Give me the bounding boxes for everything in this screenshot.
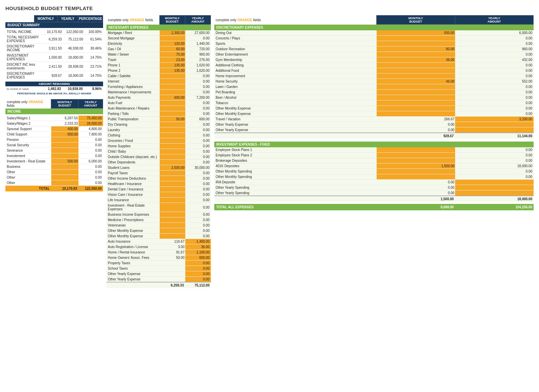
disc-row: Lawn / Garden 0.00 bbox=[214, 84, 534, 90]
nec-row: Auto Maintenance / Repairs 0.00 bbox=[106, 106, 211, 111]
summary-row: TOTAL NECESSARY EXPENSES 6,259.33 75,112… bbox=[5, 35, 103, 44]
left-section: MONTHLY YEARLY PERCENTAGE BUDGET SUMMARY… bbox=[5, 15, 103, 191]
nec-row: Child / Baby 0.00 bbox=[106, 149, 211, 154]
nec-row: Home / Rental Insurance 91.67 1,100.00 bbox=[106, 250, 211, 255]
nec-row: Laundry 0.00 bbox=[106, 127, 211, 133]
nec-row: Student Loans 2,500.00 30,000.00 bbox=[106, 165, 211, 171]
disc-row: Beer / Alcohol 0.00 bbox=[214, 95, 534, 100]
disc-row: Gym Membership 36.00 432.00 bbox=[214, 57, 534, 63]
nec-row: Public Transporation 50.00 600.00 bbox=[106, 117, 211, 122]
nec-row: Cable / Satelite 0.00 bbox=[106, 73, 211, 79]
pct-header: PERCENTAGE bbox=[78, 16, 103, 22]
disc-row: Additional Clothing 0.00 bbox=[214, 63, 534, 68]
nec-row: Veterinarian 0.00 bbox=[106, 223, 211, 228]
income-row: Other 0.00 bbox=[5, 175, 103, 180]
disc-row: Additional Food 0.00 bbox=[214, 68, 534, 73]
nec-row: Trash 23.00 276.00 bbox=[106, 57, 211, 63]
nec-row: Home Owners' Assoc. Fees 50.00 600.00 bbox=[106, 255, 211, 261]
nec-row: Other Yearly Expense 0.00 bbox=[106, 271, 211, 277]
total-all-monthly: 8,688.00 bbox=[377, 204, 455, 210]
nec-row: Phone 2 135.00 1,620.00 bbox=[106, 68, 211, 73]
nec-row: Other Monthly Expense 0.00 bbox=[106, 234, 211, 239]
nec-row: Auto Payments 600.00 7,200.00 bbox=[106, 95, 211, 100]
invest-row: 401K Deposites 1,500.00 18,000.00 bbox=[214, 163, 534, 169]
nec-row: Other Monthly Expense 0.00 bbox=[106, 228, 211, 234]
nec-row: Dental Care / Insurance 0.00 bbox=[106, 187, 211, 192]
nec-row: Life Insurance 0.00 bbox=[106, 198, 211, 203]
nec-row: Property Taxes 0.00 bbox=[106, 261, 211, 266]
invest-row: Employee Stock Plans 1 0.00 bbox=[214, 147, 534, 153]
invest-row: Brokerage Deposites 0.00 bbox=[214, 158, 534, 163]
income-row: Other 0.00 bbox=[5, 180, 103, 186]
nec-row: Mortgage / Rent 2,300.00 27,600.00 bbox=[106, 30, 211, 36]
nec-row: Other Income Deductions 0.00 bbox=[106, 176, 211, 181]
nec-row: Auto Registration / License 3.00 36.00 bbox=[106, 244, 211, 250]
nec-row: Business Income Expenses 0.00 bbox=[106, 212, 211, 217]
complete-orange-label: ORANGE bbox=[28, 100, 43, 104]
amount-remaining-pct: 8.96% bbox=[84, 86, 103, 91]
disc-row: Pet Boarding 0.00 bbox=[214, 90, 534, 95]
invest-row: Other Yearly Spending 0.00 bbox=[214, 185, 534, 190]
disc-row: Home Security 46.00 552.00 bbox=[214, 79, 534, 84]
disc-row: Travel / Vacation 266.67 3,200.00 bbox=[214, 117, 534, 122]
right-complete-label: complete only bbox=[216, 18, 237, 22]
complete-only-label: complete only bbox=[7, 100, 28, 104]
nec-row: Water / Sewer 75.00 900.00 bbox=[106, 52, 211, 57]
amount-remaining-monthly: 1,482.83 bbox=[39, 86, 62, 91]
disc-row: Other Monthly Expense 0.00 bbox=[214, 106, 534, 111]
summary-row: DISCRET INC less investments 2,411.50 28… bbox=[5, 62, 103, 71]
income-row: Spousal Support 400.00 4,800.00 bbox=[5, 126, 103, 132]
income-row: Investement - Real Estate 500.00 6,000.0… bbox=[5, 159, 103, 164]
nec-row: Payroll Taxes 0.00 bbox=[106, 171, 211, 176]
income-row: Investement 0.00 bbox=[5, 153, 103, 159]
nec-row: Electricity 120.00 1,440.00 bbox=[106, 41, 211, 47]
pct-note: PERCENTAGE SHOULD BE ABOVE 5%, IDEALLY H… bbox=[5, 91, 103, 96]
income-row: Severance 0.00 bbox=[5, 148, 103, 153]
mid-complete-label2: fields bbox=[144, 18, 153, 22]
disc-row: Concerts / Plays 0.00 bbox=[214, 36, 534, 41]
yearly-header: YEARLY bbox=[58, 16, 78, 22]
nec-row: Home Supplies 0.00 bbox=[106, 144, 211, 149]
right-yearly-header: YEARLYAMOUNT bbox=[455, 16, 534, 25]
right-monthly-header: MONTHLYBUDGET bbox=[377, 16, 455, 25]
invest-row: Other Monthly Spending 0.00 bbox=[214, 174, 534, 180]
mid-monthly-header: MONTHLYBUDGET bbox=[159, 16, 185, 25]
summary-row: DISCRETIONARY EXPENSES 928.67 18,000.00 … bbox=[5, 71, 103, 80]
invest-row: Other Yearly Spending 0.00 bbox=[214, 190, 534, 196]
disc-total-monthly: 928.67 bbox=[377, 133, 455, 139]
income-section-title: INCOME bbox=[5, 109, 103, 114]
nec-row: Furnishing / Appliances 0.00 bbox=[106, 84, 211, 90]
disc-total-yearly: 11,144.00 bbox=[455, 133, 534, 139]
nec-section-title: NECESSARY EXPENSES bbox=[106, 25, 211, 30]
disc-row: Sports 0.00 bbox=[214, 41, 534, 47]
summary-row: TOTAL INCOME 10,170.83 122,050.00 100.00… bbox=[5, 29, 103, 35]
amount-remaining-title: AMOUNT REMAINING bbox=[5, 82, 103, 86]
income-yearly-header: YEARLYAMOUNT bbox=[78, 99, 103, 109]
total-all-yearly: 104,256.00 bbox=[455, 204, 534, 210]
nec-row: Maintenance / Improvements 0.00 bbox=[106, 90, 211, 95]
total-all-label: TOTAL ALL EXPENSES bbox=[214, 204, 377, 210]
disc-row: Other Yearly Expense 0.00 bbox=[214, 122, 534, 127]
nec-row: Dry Cleaning 0.00 bbox=[106, 122, 211, 127]
middle-section: complete only ORANGE fields MONTHLYBUDGE… bbox=[106, 15, 211, 288]
right-section: complete only ORANGE fields MONTHLYBUDGE… bbox=[214, 15, 534, 210]
income-row: Pension 0.00 bbox=[5, 137, 103, 143]
amount-remaining-yearly: 10,938.00 bbox=[62, 86, 84, 91]
nec-row: Clothing 0.00 bbox=[106, 133, 211, 138]
invest-total-yearly: 18,000.00 bbox=[455, 196, 534, 202]
disc-row: Other Monthly Expense 0.00 bbox=[214, 111, 534, 117]
nec-row: Parking / Tolls 0.00 bbox=[106, 111, 211, 117]
nec-row: Medicine / Prescriptions 0.00 bbox=[106, 217, 211, 223]
nec-row: Investment - Real Estate Expenses 0.00 bbox=[106, 203, 211, 212]
nec-row: School Taxes 0.00 bbox=[106, 266, 211, 271]
income-total-yearly: 122,050.00 bbox=[78, 186, 103, 192]
summary-row: DISCRETIONARY INCOME 3,911.50 46,938.00 … bbox=[5, 44, 103, 53]
right-complete-label2: fields bbox=[252, 18, 261, 22]
nec-row: Other Yearly Expense 0.00 bbox=[106, 277, 211, 282]
disc-row: Other Enterntainment 0.00 bbox=[214, 52, 534, 57]
nec-row: Other Dependents 0.00 bbox=[106, 160, 211, 165]
income-total-label: TOTAL bbox=[5, 186, 51, 192]
income-row: Salary/Wages 2 2,333.33 28,000.00 bbox=[5, 121, 103, 126]
mid-complete-orange: ORANGE bbox=[129, 18, 144, 22]
complete-fields-label: fields bbox=[7, 104, 14, 108]
